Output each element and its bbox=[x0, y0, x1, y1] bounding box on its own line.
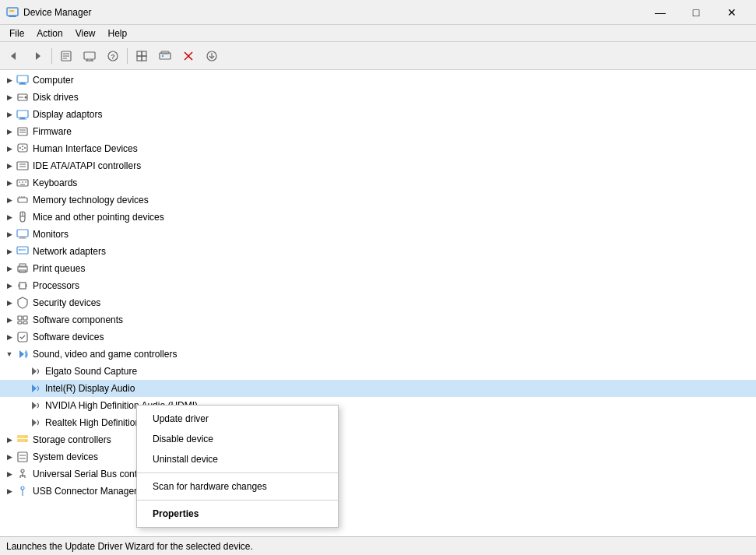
device-tree[interactable]: ▶Computer▶Disk drives▶Display adaptors▶F… bbox=[0, 70, 756, 536]
tree-item-keyboards[interactable]: ▶Keyboards bbox=[0, 174, 756, 191]
svg-rect-12 bbox=[84, 52, 95, 59]
tree-item-universal-serial[interactable]: ▶Universal Serial Bus controllers bbox=[0, 465, 756, 483]
menu-view[interactable]: View bbox=[69, 26, 102, 40]
tree-item-firmware[interactable]: ▶Firmware bbox=[0, 123, 756, 140]
tree-expander-elgato[interactable] bbox=[16, 365, 28, 378]
toolbar-download[interactable] bbox=[201, 45, 223, 67]
tree-item-intel-display-audio[interactable]: Intel(R) Display Audio bbox=[0, 380, 756, 397]
tree-icon-intel-display-audio bbox=[28, 381, 42, 395]
tree-item-elgato[interactable]: Elgato Sound Capture bbox=[0, 363, 756, 380]
toolbar-properties[interactable] bbox=[55, 45, 77, 67]
tree-expander-software-devices[interactable]: ▶ bbox=[3, 331, 16, 343]
tree-expander-realtek[interactable] bbox=[16, 416, 28, 429]
tree-icon-monitors bbox=[16, 227, 30, 241]
tree-expander-print-queues[interactable]: ▶ bbox=[3, 262, 16, 275]
tree-expander-processors[interactable]: ▶ bbox=[3, 279, 16, 292]
svg-rect-76 bbox=[23, 316, 27, 320]
tree-item-realtek[interactable]: Realtek High Definition Audio bbox=[0, 414, 756, 431]
toolbar-sep-2 bbox=[127, 48, 128, 64]
tree-item-display-adaptors[interactable]: ▶Display adaptors bbox=[0, 106, 756, 123]
tree-label-system-devices: System devices bbox=[33, 451, 98, 462]
tree-label-keyboards: Keyboards bbox=[33, 177, 77, 188]
tree-expander-computer[interactable]: ▶ bbox=[3, 74, 16, 86]
context-scan-changes[interactable]: Scan for hardware changes bbox=[137, 476, 338, 497]
svg-point-34 bbox=[25, 97, 27, 99]
tree-label-ide-ata-controllers: IDE ATA/ATAPI controllers bbox=[33, 160, 141, 171]
toolbar-remove[interactable] bbox=[178, 45, 199, 67]
maximize-button[interactable]: □ bbox=[678, 0, 714, 25]
tree-item-human-interface-devices[interactable]: ▶Human Interface Devices bbox=[0, 140, 756, 157]
tree-item-software-components[interactable]: ▶Software components bbox=[0, 311, 756, 328]
minimize-button[interactable]: — bbox=[642, 0, 678, 25]
tree-icon-realtek bbox=[28, 416, 42, 430]
menu-help[interactable]: Help bbox=[102, 26, 134, 40]
tree-expander-monitors[interactable]: ▶ bbox=[3, 228, 16, 241]
tree-expander-system-devices[interactable]: ▶ bbox=[3, 451, 16, 463]
title-bar-text: Device Manager bbox=[23, 7, 91, 18]
tree-expander-keyboards[interactable]: ▶ bbox=[3, 177, 16, 189]
svg-rect-20 bbox=[137, 56, 142, 61]
tree-item-print-queues[interactable]: ▶Print queues bbox=[0, 260, 756, 277]
tree-expander-mice[interactable]: ▶ bbox=[3, 211, 16, 223]
tree-item-memory-tech[interactable]: ▶Memory technology devices bbox=[0, 191, 756, 209]
menu-action[interactable]: Action bbox=[30, 26, 69, 40]
tree-expander-human-interface-devices[interactable]: ▶ bbox=[3, 142, 16, 155]
tree-item-ide-ata-controllers[interactable]: ▶IDE ATA/ATAPI controllers bbox=[0, 157, 756, 174]
toolbar-help[interactable]: ? bbox=[102, 45, 124, 67]
toolbar-add[interactable] bbox=[154, 45, 176, 67]
tree-expander-nvidia[interactable] bbox=[16, 399, 28, 412]
status-text: Launches the Update Driver Wizard for th… bbox=[6, 541, 253, 552]
tree-label-security-devices: Security devices bbox=[33, 297, 100, 308]
tree-label-intel-display-audio: Intel(R) Display Audio bbox=[45, 383, 135, 394]
toolbar: ? bbox=[0, 42, 756, 70]
svg-rect-77 bbox=[18, 321, 22, 324]
close-button[interactable]: ✕ bbox=[714, 0, 750, 25]
svg-rect-30 bbox=[17, 76, 28, 83]
tree-icon-computer bbox=[16, 73, 30, 87]
tree-item-mice[interactable]: ▶Mice and other pointing devices bbox=[0, 209, 756, 226]
tree-item-sound-video-game[interactable]: ▼Sound, video and game controllers bbox=[0, 346, 756, 363]
tree-item-system-devices[interactable]: ▶System devices bbox=[0, 448, 756, 465]
tree-expander-network-adapters[interactable]: ▶ bbox=[3, 245, 16, 258]
tree-expander-software-components[interactable]: ▶ bbox=[3, 314, 16, 326]
context-properties[interactable]: Properties bbox=[137, 504, 338, 524]
tree-label-monitors: Monitors bbox=[33, 229, 69, 240]
tree-item-security-devices[interactable]: ▶Security devices bbox=[0, 294, 756, 311]
tree-item-usb-connector[interactable]: ▶USB Connector Manager bbox=[0, 483, 756, 500]
tree-item-nvidia[interactable]: NVIDIA High Definition Audio (HDMI) bbox=[0, 397, 756, 414]
tree-item-processors[interactable]: ▶Processors bbox=[0, 277, 756, 294]
tree-item-storage-controllers[interactable]: ▶Storage controllers bbox=[0, 431, 756, 448]
tree-item-software-devices[interactable]: ▶Software devices bbox=[0, 328, 756, 346]
svg-point-65 bbox=[19, 249, 20, 251]
tree-expander-intel-display-audio[interactable] bbox=[16, 382, 28, 395]
toolbar-expand[interactable] bbox=[131, 45, 153, 67]
tree-expander-ide-ata-controllers[interactable]: ▶ bbox=[3, 160, 16, 172]
menu-file[interactable]: File bbox=[3, 26, 30, 40]
tree-icon-nvidia bbox=[28, 399, 42, 413]
tree-expander-firmware[interactable]: ▶ bbox=[3, 125, 16, 138]
context-disable-device[interactable]: Disable device bbox=[137, 429, 338, 449]
toolbar-scan[interactable] bbox=[79, 45, 100, 67]
tree-expander-security-devices[interactable]: ▶ bbox=[3, 297, 16, 309]
tree-label-software-components: Software components bbox=[33, 314, 123, 325]
tree-expander-memory-tech[interactable]: ▶ bbox=[3, 194, 16, 206]
svg-point-92 bbox=[21, 469, 24, 472]
tree-expander-display-adaptors[interactable]: ▶ bbox=[3, 108, 16, 121]
context-update-driver[interactable]: Update driver bbox=[137, 409, 338, 429]
toolbar-back[interactable] bbox=[3, 45, 25, 67]
tree-icon-sound-video-game bbox=[16, 347, 30, 361]
tree-expander-universal-serial[interactable]: ▶ bbox=[3, 468, 16, 480]
tree-expander-usb-connector[interactable]: ▶ bbox=[3, 485, 16, 497]
tree-expander-sound-video-game[interactable]: ▼ bbox=[3, 348, 16, 360]
tree-expander-disk-drives[interactable]: ▶ bbox=[3, 91, 16, 104]
tree-item-network-adapters[interactable]: ▶Network adapters bbox=[0, 243, 756, 260]
tree-icon-memory-tech bbox=[16, 193, 30, 207]
tree-expander-storage-controllers[interactable]: ▶ bbox=[3, 434, 16, 446]
tree-item-disk-drives[interactable]: ▶Disk drives bbox=[0, 89, 756, 106]
tree-item-monitors[interactable]: ▶Monitors bbox=[0, 226, 756, 243]
toolbar-forward[interactable] bbox=[26, 45, 48, 67]
tree-icon-storage-controllers bbox=[16, 433, 30, 447]
context-uninstall-device[interactable]: Uninstall device bbox=[137, 449, 338, 469]
tree-item-computer[interactable]: ▶Computer bbox=[0, 72, 756, 89]
main-content: ▶Computer▶Disk drives▶Display adaptors▶F… bbox=[0, 70, 756, 536]
